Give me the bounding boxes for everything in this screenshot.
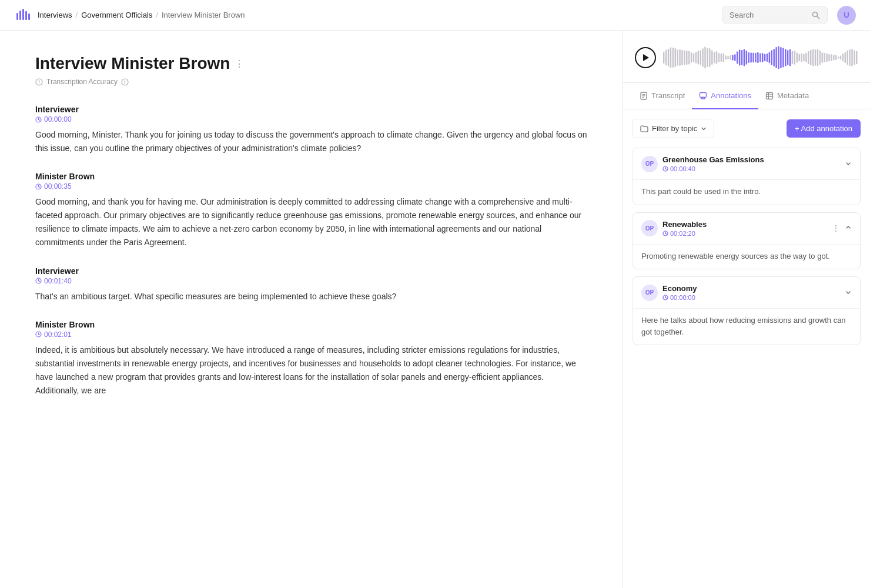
svg-rect-48 — [716, 51, 717, 64]
svg-rect-50 — [721, 54, 722, 62]
chevron-down-icon — [701, 126, 707, 132]
play-button[interactable] — [635, 47, 656, 68]
doc-more-icon[interactable]: ⋮ — [235, 58, 244, 69]
transcript-text: Good morning, and thank you for having m… — [35, 195, 587, 249]
svg-rect-103 — [842, 54, 844, 62]
svg-rect-49 — [718, 53, 720, 62]
svg-line-127 — [665, 298, 667, 298]
svg-rect-45 — [709, 48, 710, 67]
speaker-name: Interviewer — [35, 266, 587, 276]
ann-title-col: Greenhouse Gas Emissions 00:00:40 — [662, 155, 840, 172]
svg-rect-107 — [851, 49, 852, 66]
tab-metadata-label: Metadata — [777, 91, 809, 100]
transcript-text: Good morning, Minister. Thank you for jo… — [35, 128, 587, 155]
annotation-header[interactable]: OP Economy 00:00:00 — [633, 277, 860, 308]
breadcrumb-sep-1: / — [76, 11, 78, 19]
ann-chevron-icon[interactable] — [845, 225, 852, 232]
svg-rect-35 — [686, 51, 687, 65]
doc-title-row: Interview Minister Brown ⋮ — [35, 54, 587, 73]
ann-title-col: Renewables 00:02:20 — [662, 220, 827, 237]
breadcrumb-gov-officials[interactable]: Government Officials — [81, 11, 152, 19]
svg-rect-86 — [803, 54, 804, 62]
breadcrumb-interviews[interactable]: Interviews — [38, 11, 72, 19]
filter-by-topic-button[interactable]: Filter by topic — [633, 119, 714, 138]
svg-rect-77 — [782, 48, 784, 67]
svg-point-9 — [39, 83, 39, 83]
svg-rect-33 — [681, 50, 682, 65]
ann-clock-icon — [662, 166, 668, 172]
svg-rect-60 — [744, 49, 745, 66]
svg-rect-37 — [691, 52, 692, 62]
annotation-card: OP Greenhouse Gas Emissions 00:00:40 Thi… — [633, 148, 861, 205]
ann-timestamp: 00:00:40 — [662, 165, 840, 172]
svg-rect-32 — [679, 49, 680, 66]
svg-line-6 — [817, 16, 819, 18]
svg-rect-59 — [741, 50, 742, 65]
svg-rect-102 — [840, 55, 841, 59]
speaker-name: Minister Brown — [35, 320, 587, 329]
tab-annotations-label: Annotations — [711, 91, 751, 100]
annotation-card: OP Renewables 00:02:20 ⋮ Promoting renew… — [633, 212, 861, 270]
svg-rect-46 — [711, 51, 712, 65]
annotation-body: Promoting renewable energy sources as th… — [633, 244, 860, 269]
transcript-block: Interviewer 00:01:40 That's an ambitious… — [35, 266, 587, 303]
tab-annotations[interactable]: Annotations — [692, 83, 758, 109]
annotations-panel: Filter by topic + Add annotation OP Gree… — [623, 109, 870, 588]
svg-rect-74 — [775, 47, 777, 68]
svg-rect-51 — [723, 53, 724, 62]
clock-icon — [35, 278, 42, 284]
clock-icon — [35, 183, 42, 190]
svg-rect-90 — [812, 49, 814, 66]
transcript-block: Minister Brown 00:02:01 Indeed, it is am… — [35, 320, 587, 397]
ann-more-icon[interactable]: ⋮ — [832, 223, 840, 233]
transcript-text: That's an ambitious target. What specifi… — [35, 290, 587, 303]
ann-title: Renewables — [662, 220, 827, 229]
svg-rect-69 — [764, 54, 765, 61]
svg-rect-98 — [831, 54, 832, 61]
breadcrumb-sep-2: / — [156, 11, 158, 19]
transcription-info-icon — [121, 78, 129, 86]
svg-rect-97 — [828, 54, 829, 61]
svg-rect-93 — [819, 51, 821, 65]
tab-metadata[interactable]: Metadata — [758, 83, 816, 109]
svg-rect-99 — [833, 55, 834, 61]
annotation-header[interactable]: OP Greenhouse Gas Emissions 00:00:40 — [633, 148, 860, 179]
transcript-text: Indeed, it is ambitious but absolutely n… — [35, 343, 587, 397]
svg-rect-28 — [670, 48, 671, 68]
avatar[interactable]: U — [837, 6, 856, 25]
svg-rect-42 — [702, 48, 703, 66]
search-icon — [812, 11, 820, 19]
ann-chevron-icon[interactable] — [845, 161, 852, 168]
svg-rect-1 — [19, 11, 21, 20]
search-box[interactable] — [722, 6, 828, 24]
timestamp: 00:02:01 — [35, 330, 587, 339]
tab-transcript[interactable]: Transcript — [633, 83, 692, 109]
svg-line-24 — [39, 335, 40, 335]
svg-rect-41 — [700, 51, 701, 65]
ann-chevron-icon[interactable] — [845, 289, 852, 296]
annotation-header[interactable]: OP Renewables 00:02:20 ⋮ — [633, 213, 860, 244]
timestamp: 00:00:00 — [35, 115, 587, 123]
svg-rect-52 — [725, 55, 726, 60]
svg-rect-96 — [826, 54, 827, 62]
svg-rect-87 — [805, 53, 807, 63]
svg-rect-85 — [801, 54, 802, 62]
annotations-toolbar: Filter by topic + Add annotation — [633, 119, 861, 138]
svg-rect-109 — [856, 51, 857, 65]
add-annotation-button[interactable]: + Add annotation — [787, 119, 861, 138]
svg-line-18 — [39, 186, 40, 187]
svg-rect-101 — [838, 57, 839, 59]
svg-line-121 — [665, 169, 667, 169]
search-input[interactable] — [730, 11, 808, 19]
app-logo[interactable] — [14, 6, 33, 25]
svg-rect-36 — [688, 51, 690, 65]
svg-rect-80 — [789, 49, 791, 66]
transcription-row: Transcription Accuracy — [35, 78, 587, 86]
svg-line-124 — [665, 233, 667, 234]
add-annotation-label: + Add annotation — [795, 124, 852, 133]
svg-rect-34 — [684, 51, 685, 65]
ann-timestamp: 00:02:20 — [662, 230, 827, 237]
transcript-block: Interviewer 00:00:00 Good morning, Minis… — [35, 105, 587, 155]
svg-rect-94 — [822, 52, 823, 62]
svg-rect-57 — [737, 51, 738, 64]
